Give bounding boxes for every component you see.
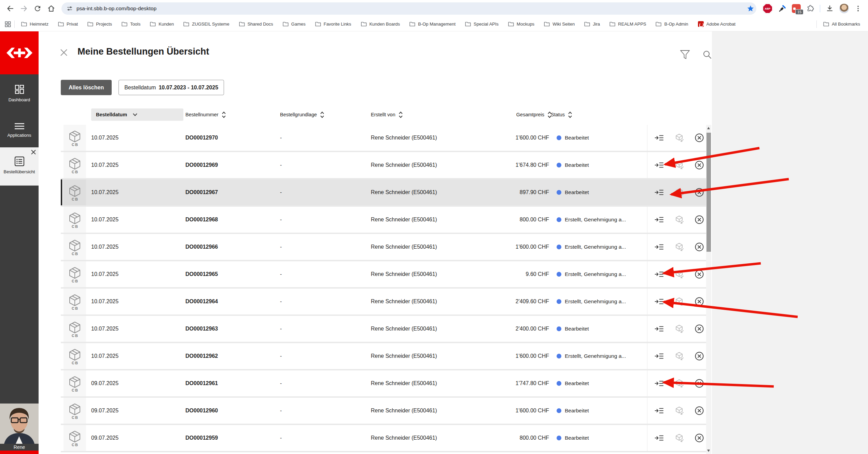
bookmark-folder[interactable]: Kunden Boards	[358, 20, 403, 28]
bookmark-folder[interactable]: Tools	[118, 20, 143, 28]
assign-order-icon[interactable]	[654, 378, 664, 389]
table-row[interactable]: CB 10.07.2025 DO00012968 - Rene Schneide…	[61, 207, 706, 233]
sidebar-item-dashboard[interactable]: Dashboard	[0, 85, 39, 102]
bookmark-folder[interactable]: Games	[280, 20, 309, 28]
table-row[interactable]: CB 10.07.2025 DO00012964 - Rene Schneide…	[61, 289, 706, 314]
assign-order-icon[interactable]	[654, 187, 664, 197]
reload-icon[interactable]	[31, 2, 44, 15]
table-row[interactable]: CB 10.07.2025 DO00012965 - Rene Schneide…	[61, 261, 706, 287]
scrollbar-thumb[interactable]	[706, 133, 711, 252]
red-extension-icon[interactable]: 15	[792, 4, 801, 13]
assign-order-icon[interactable]	[654, 133, 664, 143]
bookmark-star-icon[interactable]	[747, 5, 754, 12]
extensions-puzzle-icon[interactable]	[806, 4, 814, 13]
table-scrollbar[interactable]	[706, 125, 711, 454]
table-row[interactable]: CB 09.07.2025 DO00012959 - Rene Schneide…	[61, 425, 706, 451]
column-header-bestellgrundlage[interactable]: Bestellgrundlage	[280, 108, 324, 121]
order-basis: -	[280, 162, 282, 168]
row-actions	[653, 316, 705, 342]
column-header-erstellt-von[interactable]: Erstellt von	[371, 108, 403, 121]
filter-funnel-icon[interactable]	[680, 50, 690, 59]
close-tab-icon[interactable]	[31, 149, 37, 155]
cancel-order-icon[interactable]	[694, 296, 704, 307]
bookmark-folder[interactable]: ZUGSEIL Systeme	[180, 20, 232, 28]
browser-profile-avatar[interactable]	[839, 4, 849, 13]
cancel-order-icon[interactable]	[694, 242, 704, 252]
url-bar[interactable]: psa-int.sbb.b-op.com/bop-desktop	[61, 2, 756, 15]
all-bookmarks-button[interactable]: All Bookmarks	[820, 20, 863, 28]
assign-order-icon[interactable]	[654, 433, 664, 443]
assign-order-icon[interactable]	[654, 215, 664, 225]
scroll-down-icon[interactable]	[707, 450, 710, 452]
cancel-order-icon[interactable]	[694, 433, 704, 443]
order-list-icon	[14, 156, 25, 166]
page-close-icon[interactable]	[60, 48, 68, 57]
bookmark-folder[interactable]: Mockups	[505, 20, 537, 28]
eyedropper-extension-icon[interactable]	[778, 4, 786, 13]
bookmark-folder[interactable]: Shared Docs	[236, 20, 276, 28]
cancel-order-icon[interactable]	[694, 378, 704, 389]
cancel-order-icon[interactable]	[694, 187, 704, 197]
bookmark-folder[interactable]: Favorite Links	[312, 20, 354, 28]
assign-order-icon[interactable]	[654, 406, 664, 416]
column-header-bestelldatum[interactable]: Bestelldatum	[91, 108, 183, 121]
bookmark-folder[interactable]: Adobe Acrobat	[695, 20, 739, 28]
search-icon[interactable]	[702, 50, 712, 59]
site-settings-icon[interactable]	[66, 5, 73, 12]
cancel-order-icon[interactable]	[694, 324, 704, 334]
column-header-gesamtpreis[interactable]: Gesamtpreis	[516, 108, 552, 121]
status-dot-icon	[557, 436, 561, 440]
table-row[interactable]: CB 10.07.2025 DO00012970 - Rene Schneide…	[61, 125, 706, 151]
back-icon[interactable]	[3, 2, 17, 15]
browser-menu-icon[interactable]	[854, 5, 862, 12]
scroll-up-icon[interactable]	[707, 127, 710, 129]
assign-order-icon[interactable]	[654, 324, 664, 334]
apps-grid-icon[interactable]	[5, 21, 11, 27]
adblock-extension-icon[interactable]: ABP	[762, 3, 773, 14]
bookmark-folder[interactable]: Special APIs	[462, 20, 502, 28]
home-icon[interactable]	[44, 2, 58, 15]
table-row[interactable]: CB 10.07.2025 DO00012963 - Rene Schneide…	[61, 316, 706, 342]
cancel-order-icon[interactable]	[694, 406, 704, 416]
column-header-status[interactable]: Status	[551, 108, 572, 121]
table-row[interactable]: CB 09.07.2025 DO00012960 - Rene Schneide…	[61, 398, 706, 424]
order-created-by: Rene Schneider (E500461)	[371, 162, 437, 168]
assign-order-icon[interactable]	[654, 242, 664, 252]
cancel-order-icon[interactable]	[694, 269, 704, 279]
bookmark-folder[interactable]: Jira	[581, 20, 603, 28]
assign-order-icon[interactable]	[654, 296, 664, 307]
cancel-order-icon[interactable]	[694, 351, 704, 361]
bookmark-folder[interactable]: Wiki Seiten	[541, 20, 578, 28]
bookmark-folder[interactable]: Privat	[55, 20, 81, 28]
table-row[interactable]: CB 10.07.2025 DO00012962 - Rene Schneide…	[61, 343, 706, 369]
assign-order-icon[interactable]	[654, 351, 664, 361]
table-row[interactable]: CB 10.07.2025 DO00012969 - Rene Schneide…	[61, 152, 706, 178]
folder-icon	[610, 21, 615, 27]
user-portrait[interactable]	[0, 404, 39, 444]
column-header-bestellnummer[interactable]: Bestellnummer	[185, 108, 226, 121]
date-filter-chip[interactable]: Bestelldatum 10.07.2023 - 10.07.2025	[118, 80, 224, 95]
order-type-cube-icon: CB	[64, 289, 86, 314]
folder-icon	[656, 21, 661, 27]
bookmark-folder[interactable]: Kunden	[147, 20, 177, 28]
bookmark-folder[interactable]: Heimnetz	[18, 20, 52, 28]
downloads-icon[interactable]	[826, 4, 834, 13]
bookmark-folder[interactable]: REALM APPS	[606, 20, 649, 28]
order-total: 1'600.00 CHF	[450, 408, 549, 414]
order-date: 10.07.2025	[91, 326, 118, 332]
assign-order-icon[interactable]	[654, 160, 664, 170]
cancel-order-icon[interactable]	[694, 133, 704, 143]
table-row[interactable]: CB 10.07.2025 DO00012967 - Rene Schneide…	[61, 179, 706, 205]
sidebar-item-applications[interactable]: Applications	[0, 123, 39, 138]
sidebar-item-bestelluebersicht[interactable]: Bestellübersicht	[0, 147, 39, 186]
cancel-order-icon[interactable]	[694, 215, 704, 225]
assign-order-icon[interactable]	[654, 269, 664, 279]
bookmark-folder[interactable]: B-Op Admin	[653, 20, 691, 28]
bookmark-folder[interactable]: Projects	[84, 20, 115, 28]
bookmark-folder[interactable]: B-Op Management	[406, 20, 459, 28]
cancel-order-icon[interactable]	[694, 160, 704, 170]
table-row[interactable]: CB 09.07.2025 DO00012961 - Rene Schneide…	[61, 370, 706, 396]
clear-all-filters-button[interactable]: Alles löschen	[61, 80, 112, 95]
forward-icon[interactable]	[17, 2, 31, 15]
table-row[interactable]: CB 10.07.2025 DO00012966 - Rene Schneide…	[61, 234, 706, 260]
